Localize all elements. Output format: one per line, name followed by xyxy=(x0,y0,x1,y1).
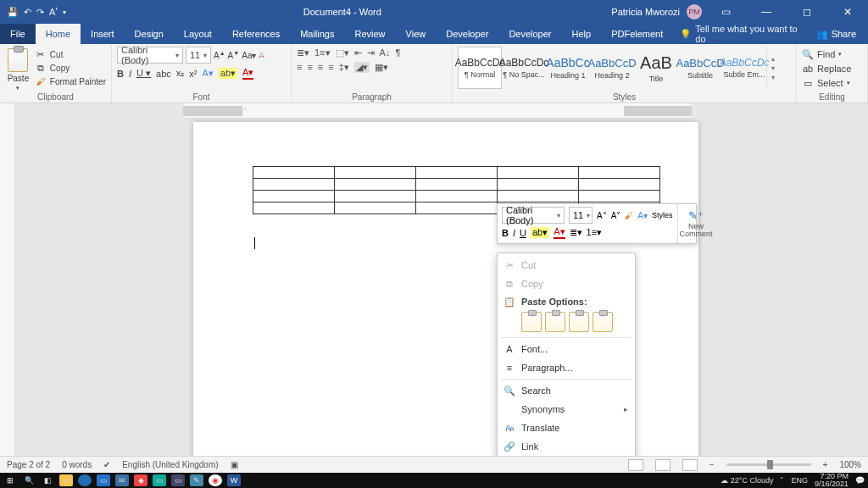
tab-file[interactable]: File xyxy=(0,24,36,44)
start-button[interactable]: ⊞ xyxy=(3,474,17,486)
word-taskbar-icon[interactable]: W xyxy=(227,474,241,486)
save-icon[interactable]: 💾 xyxy=(7,7,19,18)
mail-icon[interactable]: ✉ xyxy=(115,474,129,486)
shrink-font-icon[interactable]: A▼ xyxy=(228,50,240,60)
tab-developer[interactable]: Developer xyxy=(436,24,498,44)
user-avatar[interactable]: PM xyxy=(687,4,702,19)
zoom-slider[interactable] xyxy=(726,463,811,466)
zoom-out-button[interactable]: − xyxy=(709,460,715,469)
clock[interactable]: 7:20 PM 9/16/2021 xyxy=(815,473,849,488)
tab-layout[interactable]: Layout xyxy=(174,24,222,44)
increase-indent-icon[interactable]: ⇥ xyxy=(367,47,375,58)
zoom-in-button[interactable]: + xyxy=(823,460,828,469)
replace-button[interactable]: abReplace xyxy=(802,63,862,75)
notifications-icon[interactable]: 💬 xyxy=(855,476,865,485)
mini-format-painter-icon[interactable]: 🖌 xyxy=(625,211,633,220)
user-name[interactable]: Patricia Mworozi xyxy=(611,7,680,17)
tell-me-search[interactable]: 💡 Tell me what you want to do xyxy=(680,24,804,44)
styles-more[interactable]: ▴▾▾ xyxy=(766,47,778,89)
page-indicator[interactable]: Page 2 of 2 xyxy=(7,460,50,469)
show-marks-icon[interactable]: ¶ xyxy=(395,47,400,58)
format-painter-button[interactable]: 🖌Format Painter xyxy=(35,75,106,87)
italic-button[interactable]: I xyxy=(129,69,131,79)
text-effects-icon[interactable]: A▾ xyxy=(202,68,213,79)
font-size-combo[interactable]: 11▾ xyxy=(186,47,211,64)
zoom-level[interactable]: 100% xyxy=(839,460,861,469)
cm-link[interactable]: 🔗Link xyxy=(498,437,635,456)
tab-review[interactable]: Review xyxy=(345,24,396,44)
cm-search[interactable]: 🔍Search xyxy=(498,381,635,400)
tab-pdfelement[interactable]: PDFelement xyxy=(601,24,673,44)
tab-home[interactable]: Home xyxy=(36,24,81,44)
store-icon[interactable]: ▭ xyxy=(97,474,110,486)
font-name-combo[interactable]: Calibri (Body)▾ xyxy=(117,47,183,64)
read-mode-button[interactable] xyxy=(628,459,643,471)
tray-chevron-icon[interactable]: ˄ xyxy=(780,476,784,485)
paste-text-only[interactable] xyxy=(593,312,613,332)
word-count[interactable]: 0 words xyxy=(62,460,92,469)
tab-help[interactable]: Help xyxy=(562,24,602,44)
mini-styles-label[interactable]: Styles xyxy=(652,211,673,219)
paste-button[interactable]: Paste ▾ xyxy=(5,47,31,92)
touch-mode-icon[interactable]: Aʹ xyxy=(49,7,58,18)
justify-icon[interactable]: ≡ xyxy=(328,62,333,73)
styles-gallery[interactable]: AaBbCcDc¶ NormalAaBbCcDc¶ No Spac...AaBb… xyxy=(458,47,791,89)
clear-format-icon[interactable]: A̶ xyxy=(259,51,264,60)
redo-icon[interactable]: ↷ xyxy=(36,7,44,18)
multilevel-icon[interactable]: ⬚▾ xyxy=(336,47,349,58)
tab-developer[interactable]: Developer xyxy=(498,24,561,44)
app-icon-1[interactable]: ◆ xyxy=(134,474,147,486)
style-subtle-em---[interactable]: AaBbCcDcSubtle Em... xyxy=(722,47,766,89)
bullets-icon[interactable]: ≣▾ xyxy=(297,47,309,58)
style-heading-2[interactable]: AaBbCcDHeading 2 xyxy=(590,47,634,89)
undo-icon[interactable]: ↶ xyxy=(24,7,31,18)
mini-font-combo[interactable]: Calibri (Body)▾ xyxy=(502,207,565,224)
maximize-button[interactable]: ◻ xyxy=(790,0,824,24)
underline-button[interactable]: U ▾ xyxy=(136,68,151,79)
style---no-spac---[interactable]: AaBbCcDc¶ No Spac... xyxy=(502,47,546,89)
numbering-icon[interactable]: 1≡▾ xyxy=(314,47,331,58)
search-taskbar-icon[interactable]: 🔍 xyxy=(22,474,36,486)
qat-dropdown-icon[interactable]: ▾ xyxy=(63,8,66,16)
style-title[interactable]: AaBTitle xyxy=(634,47,678,89)
paste-keep-source[interactable] xyxy=(521,312,542,332)
sort-icon[interactable]: A↓ xyxy=(380,47,391,58)
app-icon-3[interactable]: ▭ xyxy=(171,474,185,486)
change-case-icon[interactable]: Aa▾ xyxy=(242,51,256,60)
app-icon-2[interactable]: ▭ xyxy=(153,474,166,486)
decrease-indent-icon[interactable]: ⇤ xyxy=(354,47,362,58)
align-center-icon[interactable]: ≡ xyxy=(307,62,312,73)
mini-shrink-icon[interactable]: A˅ xyxy=(611,211,621,220)
app-icon-4[interactable]: ✎ xyxy=(190,474,203,486)
task-view-icon[interactable]: ◧ xyxy=(41,474,54,486)
tab-mailings[interactable]: Mailings xyxy=(290,24,344,44)
line-spacing-icon[interactable]: ‡▾ xyxy=(339,62,349,73)
shading-icon[interactable]: ◢▾ xyxy=(354,62,370,73)
select-button[interactable]: ▭Select ▾ xyxy=(802,77,862,89)
mini-italic[interactable]: I xyxy=(513,228,515,238)
cm-paragraph[interactable]: ≡Paragraph... xyxy=(498,358,635,377)
paste-merge[interactable] xyxy=(545,312,565,332)
mini-numbering-icon[interactable]: 1≡▾ xyxy=(587,227,603,238)
find-button[interactable]: 🔍Find ▾ xyxy=(802,48,862,60)
ribbon-options-icon[interactable]: ▭ xyxy=(709,0,743,24)
mini-bullets-icon[interactable]: ≣▾ xyxy=(570,227,582,238)
mini-grow-icon[interactable]: A˄ xyxy=(597,211,607,220)
language-indicator[interactable]: English (United Kingdom) xyxy=(122,460,218,469)
share-button[interactable]: 👥 Share xyxy=(804,24,868,44)
highlight-icon[interactable]: ab▾ xyxy=(219,68,237,79)
superscript-button[interactable]: x² xyxy=(189,69,197,79)
tab-design[interactable]: Design xyxy=(125,24,174,44)
style---normal[interactable]: AaBbCcDc¶ Normal xyxy=(458,47,502,89)
chrome-icon[interactable]: ◉ xyxy=(209,474,222,486)
tab-view[interactable]: View xyxy=(396,24,437,44)
align-right-icon[interactable]: ≡ xyxy=(318,62,323,73)
edge-icon[interactable] xyxy=(78,474,92,486)
mini-font-color-icon[interactable]: A▾ xyxy=(554,226,565,239)
style-subtitle[interactable]: AaBbCcDSubtitle xyxy=(678,47,722,89)
macro-icon[interactable]: ▣ xyxy=(231,460,238,469)
explorer-icon[interactable]: ▭ xyxy=(59,474,73,486)
mini-highlight-icon[interactable]: ab▾ xyxy=(531,227,549,238)
copy-button[interactable]: ⧉Copy xyxy=(35,62,106,74)
cut-button[interactable]: ✂Cut xyxy=(35,48,106,60)
